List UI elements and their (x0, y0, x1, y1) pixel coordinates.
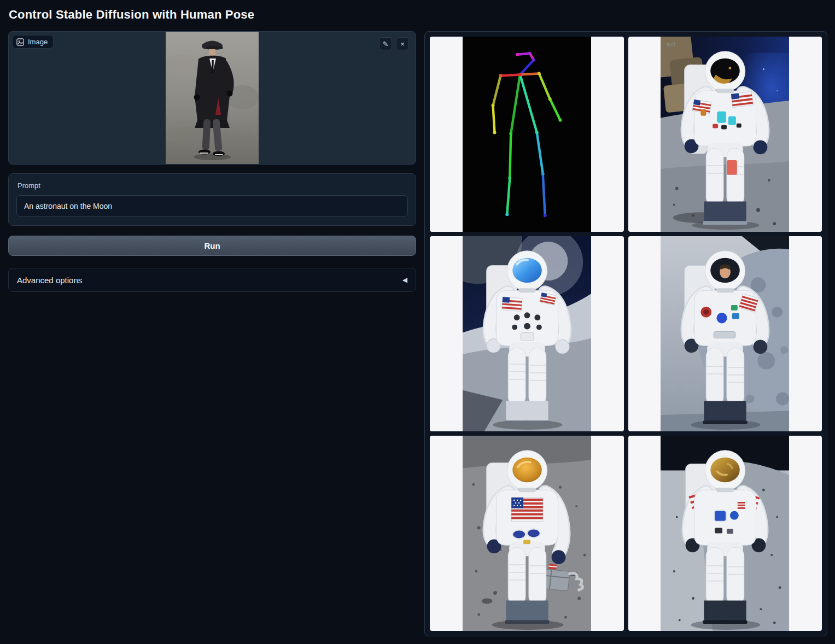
astronaut-image-4 (463, 436, 591, 631)
pose-skeleton-image (463, 37, 591, 232)
avif-watermark: avif (666, 41, 676, 48)
advanced-options-accordion[interactable]: Advanced options ◀ (8, 268, 416, 292)
page-title: Control Stable Diffusion with Human Pose (9, 8, 827, 22)
astronaut-image-5 (661, 436, 789, 631)
advanced-options-label: Advanced options (17, 276, 82, 285)
prompt-block: Prompt (8, 173, 416, 226)
astronaut-image-3 (661, 236, 789, 431)
prompt-label: Prompt (17, 182, 408, 190)
gallery-item-astronaut-5[interactable] (628, 436, 822, 631)
clear-image-button[interactable]: × (396, 37, 409, 50)
run-button[interactable]: Run (8, 236, 416, 256)
image-label: Image (28, 38, 48, 46)
uploaded-image (166, 32, 259, 164)
main-layout: Image ✎ × (8, 31, 827, 636)
gallery-item-astronaut-3[interactable] (628, 236, 822, 431)
close-icon: × (400, 40, 405, 48)
image-input[interactable]: Image ✎ × (8, 31, 416, 165)
image-icon (16, 38, 24, 46)
prompt-input[interactable] (16, 195, 408, 217)
output-gallery: avif (424, 31, 827, 636)
chevron-left-icon: ◀ (402, 276, 407, 284)
astronaut-image-2 (463, 236, 591, 431)
left-column: Image ✎ × (8, 31, 416, 292)
image-label-badge: Image (12, 35, 54, 49)
edit-image-button[interactable]: ✎ (379, 37, 392, 50)
uploaded-image-graphic (166, 32, 259, 164)
astronaut-image-1: avif (661, 37, 789, 232)
gallery-item-astronaut-2[interactable] (430, 236, 624, 431)
image-actions: ✎ × (379, 37, 409, 50)
edit-icon: ✎ (383, 40, 389, 48)
gallery-item-astronaut-1[interactable]: avif (628, 37, 822, 232)
app-root: Control Stable Diffusion with Human Pose… (0, 0, 835, 644)
gallery-item-astronaut-4[interactable] (430, 436, 624, 631)
gallery-item-pose[interactable] (430, 37, 624, 232)
